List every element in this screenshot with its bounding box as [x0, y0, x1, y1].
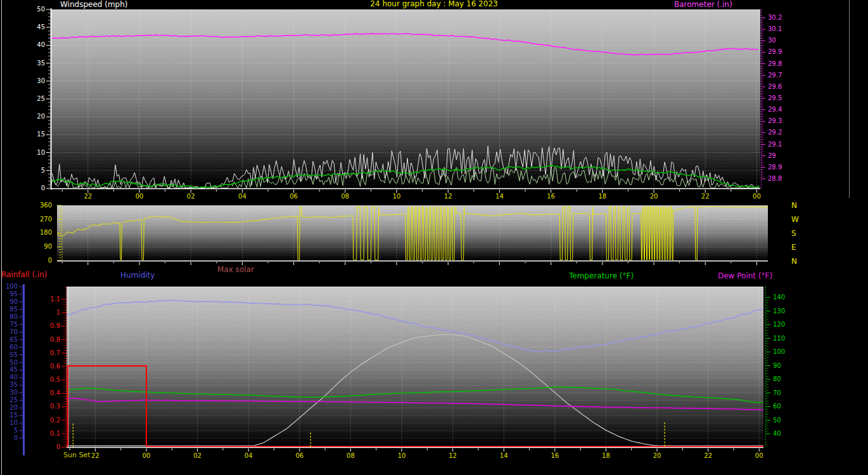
sun-set-label: Sun Set	[63, 452, 91, 459]
svg-text:12: 12	[449, 452, 457, 459]
svg-text:130: 130	[773, 308, 785, 315]
svg-text:35: 35	[10, 381, 18, 388]
svg-text:95: 95	[10, 290, 18, 297]
svg-text:20: 20	[653, 452, 661, 459]
svg-text:10: 10	[393, 193, 401, 200]
svg-text:45: 45	[10, 366, 18, 373]
svg-text:35: 35	[37, 60, 45, 67]
svg-text:06: 06	[295, 452, 303, 459]
svg-text:0.6: 0.6	[50, 363, 60, 370]
svg-text:00: 00	[755, 452, 763, 459]
svg-text:29.4: 29.4	[768, 106, 782, 113]
svg-text:25: 25	[37, 95, 45, 102]
svg-text:50: 50	[10, 359, 18, 366]
svg-text:08: 08	[347, 452, 355, 459]
dew-point-axis-title: Dew Point (°F)	[718, 272, 772, 280]
svg-text:40: 40	[10, 374, 18, 381]
svg-text:40: 40	[773, 430, 781, 437]
svg-text:30.1: 30.1	[768, 25, 782, 32]
svg-text:29.8: 29.8	[768, 60, 782, 67]
svg-text:00: 00	[136, 193, 144, 200]
weather-graph-window: 0510152025303540455022000204060810121416…	[0, 0, 868, 475]
svg-text:70: 70	[10, 329, 18, 335]
svg-text:90: 90	[10, 298, 18, 305]
wind-direction-panel: 360270180900	[40, 202, 768, 265]
svg-text:06: 06	[290, 193, 298, 200]
svg-text:02: 02	[187, 193, 195, 200]
compass-n-bottom: N	[791, 257, 797, 265]
svg-text:29: 29	[768, 152, 776, 159]
svg-text:22: 22	[701, 193, 710, 200]
svg-text:08: 08	[341, 193, 349, 200]
svg-text:00: 00	[753, 193, 761, 200]
svg-text:14: 14	[500, 452, 508, 459]
svg-text:02: 02	[193, 452, 201, 459]
svg-text:28.8: 28.8	[768, 175, 782, 182]
windspeed-axis-title: Windspeed (mph)	[60, 1, 128, 8]
svg-text:0.7: 0.7	[50, 349, 60, 356]
svg-text:75: 75	[10, 321, 18, 328]
svg-text:29.5: 29.5	[768, 94, 782, 101]
svg-text:00: 00	[143, 452, 151, 459]
svg-text:04: 04	[238, 193, 246, 200]
svg-text:0.4: 0.4	[50, 389, 60, 396]
svg-text:29.2: 29.2	[768, 129, 782, 136]
svg-text:70: 70	[773, 389, 781, 396]
compass-s: S	[791, 230, 796, 237]
svg-text:40: 40	[37, 41, 45, 48]
svg-text:100: 100	[6, 283, 18, 290]
svg-text:18: 18	[598, 193, 606, 200]
max-solar-axis-title: Max solar	[217, 266, 254, 273]
svg-text:140: 140	[773, 294, 785, 301]
svg-text:10: 10	[10, 419, 18, 426]
svg-text:14: 14	[495, 193, 504, 200]
svg-text:0.5: 0.5	[50, 376, 60, 383]
svg-text:110: 110	[773, 335, 785, 342]
svg-text:45: 45	[37, 23, 45, 30]
svg-text:20: 20	[10, 404, 18, 411]
svg-text:0.1: 0.1	[50, 430, 60, 437]
compass-w: W	[791, 216, 799, 223]
svg-text:29.6: 29.6	[768, 83, 782, 90]
temperature-axis-title: Temperature (°F)	[569, 272, 634, 280]
compass-e: E	[791, 244, 796, 251]
svg-text:100: 100	[773, 348, 785, 355]
barometer-axis-title: Barometer (.in)	[674, 1, 732, 8]
svg-text:55: 55	[10, 351, 18, 358]
svg-text:30.2: 30.2	[768, 14, 782, 21]
svg-text:60: 60	[773, 403, 781, 410]
svg-text:10: 10	[37, 149, 45, 156]
svg-text:0: 0	[41, 185, 45, 192]
svg-text:30: 30	[10, 389, 18, 396]
svg-text:0: 0	[48, 257, 52, 264]
svg-text:12: 12	[444, 193, 452, 200]
svg-text:1: 1	[56, 309, 60, 316]
svg-text:5: 5	[14, 427, 18, 434]
humidity-temperature-panel: 1009590858075706560555045403530252015105…	[6, 283, 785, 459]
svg-text:30: 30	[37, 77, 45, 84]
svg-text:22: 22	[704, 452, 712, 459]
svg-text:10: 10	[398, 452, 406, 459]
svg-text:85: 85	[10, 306, 18, 313]
svg-text:29.7: 29.7	[768, 72, 782, 79]
svg-text:16: 16	[551, 452, 559, 459]
svg-text:180: 180	[40, 229, 52, 236]
svg-text:0.3: 0.3	[50, 403, 60, 410]
svg-text:0.2: 0.2	[50, 417, 60, 424]
compass-n-top: N	[791, 202, 797, 209]
svg-text:20: 20	[650, 193, 658, 200]
svg-text:0: 0	[56, 443, 60, 450]
svg-text:25: 25	[10, 396, 18, 403]
svg-text:29.3: 29.3	[768, 117, 782, 124]
svg-text:18: 18	[602, 452, 610, 459]
svg-text:20: 20	[37, 113, 45, 120]
page-title: 24 hour graph day : May 16 2023	[0, 0, 868, 8]
svg-text:120: 120	[773, 321, 785, 328]
svg-text:29.9: 29.9	[768, 48, 782, 55]
svg-text:29.1: 29.1	[768, 141, 782, 148]
svg-text:28.9: 28.9	[768, 164, 782, 171]
svg-text:0.8: 0.8	[50, 336, 60, 343]
svg-text:60: 60	[10, 344, 18, 351]
svg-text:50: 50	[773, 417, 781, 424]
svg-text:15: 15	[10, 412, 18, 419]
